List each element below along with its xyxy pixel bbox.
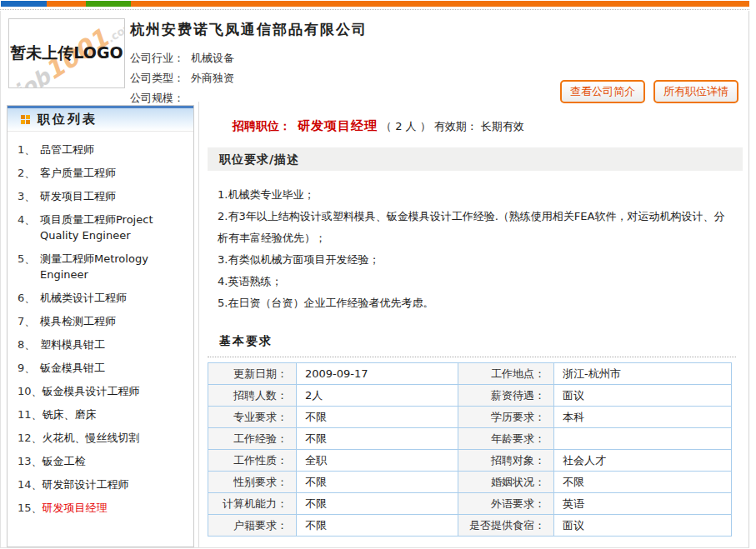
job-headcount: （ 2 人 ） (381, 120, 431, 132)
basic-label-cell: 婚姻状况： (458, 472, 554, 493)
basic-value-cell: 不限 (297, 472, 458, 493)
job-item-label: 研发项目工程师 (40, 188, 188, 204)
description-line: 4.英语熟练； (218, 271, 731, 292)
basic-value-cell: 本科 (554, 407, 732, 428)
company-field: 公司类型：外商独资 (130, 68, 234, 88)
company-field-value: 外商独资 (191, 72, 234, 84)
basic-label-cell: 外语要求： (458, 493, 554, 515)
job-list-item[interactable]: 4、项目质量工程师Project Quality Engineer (18, 212, 188, 243)
basic-value-cell: 不限 (297, 407, 458, 428)
job-item-number: 15、 (18, 500, 43, 516)
description-line: 2.有3年以上结构设计或塑料模具、钣金模具设计工作经验.（熟练使用相关FEA软件… (218, 206, 731, 249)
job-item-label: 塑料模具钳工 (40, 337, 188, 352)
job-item-label: 钣金工检 (43, 453, 188, 469)
job-list-item[interactable]: 8、塑料模具钳工 (18, 337, 188, 352)
job-item-number: 4、 (18, 212, 40, 243)
basic-value-cell: 面议 (554, 385, 732, 407)
basic-label-cell: 性别要求： (208, 472, 297, 493)
vertical-divider (198, 102, 199, 547)
company-name: 杭州安费诺飞凤通信部品有限公司 (130, 20, 368, 39)
all-jobs-detail-button[interactable]: 所有职位详情 (653, 80, 738, 103)
basic-value-cell: 浙江-杭州市 (554, 363, 732, 385)
top-bar-segment (1, 1, 47, 7)
job-item-label: 研发项目经理 (43, 500, 188, 516)
basic-table-row: 专业要求：不限学历要求：本科 (208, 407, 732, 428)
basic-value-cell: 不限 (297, 515, 458, 537)
basic-table: 更新日期：2009-09-17工作地点：浙江-杭州市招聘人数：2人薪资待遇：面议… (208, 362, 732, 537)
basic-section-header: 基本要求 (208, 334, 736, 357)
job-list-item[interactable]: 2、客户质量工程师 (18, 165, 188, 181)
job-item-number: 7、 (18, 313, 40, 329)
body-area: 职位列表 1、品管工程师2、客户质量工程师3、研发项目工程师4、项目质量工程师P… (1, 102, 749, 547)
validity-label: 有效期： (434, 120, 478, 132)
job-list-item[interactable]: 3、研发项目工程师 (18, 188, 188, 204)
description-line: 1.机械类专业毕业； (218, 184, 731, 206)
job-list-item[interactable]: 14、研发部设计工程师 (18, 477, 188, 492)
company-header: job1001.com 暂未上传LOGO 杭州安费诺飞凤通信部品有限公司 公司行… (1, 12, 748, 102)
sidebar-header: 职位列表 (8, 106, 193, 132)
basic-label-cell: 学历要求： (458, 407, 554, 428)
job-list-item[interactable]: 1、品管工程师 (18, 142, 188, 157)
job-item-label: 测量工程师Metrology Engineer (40, 251, 188, 282)
basic-value-cell: 不限 (554, 472, 732, 493)
basic-label-cell: 工作地点： (458, 363, 554, 385)
top-bar-segment (47, 1, 86, 7)
basic-table-row: 户籍要求：不限是否提供食宿：面议 (208, 515, 732, 537)
requirements-section-header: 职位要求/描述 (208, 147, 743, 171)
job-item-number: 2、 (18, 165, 40, 181)
company-fields: 公司行业：机械设备公司类型：外商独资公司规模： (130, 48, 234, 108)
main-content: 招聘职位：研发项目经理（ 2 人 ）有效期：长期有效 职位要求/描述 1.机械类… (208, 102, 743, 549)
job-item-number: 9、 (18, 360, 40, 376)
job-item-label: 机械类设计工程师 (40, 290, 188, 306)
job-list-item[interactable]: 5、测量工程师Metrology Engineer (18, 251, 188, 282)
job-item-number: 1、 (18, 142, 40, 157)
top-bar (1, 1, 749, 7)
view-company-profile-button[interactable]: 查看公司简介 (560, 80, 645, 103)
job-list-item[interactable]: 15、研发项目经理 (18, 500, 188, 516)
job-list-item[interactable]: 12、火花机、慢丝线切割 (18, 430, 188, 446)
job-description: 1.机械类专业毕业；2.有3年以上结构设计或塑料模具、钣金模具设计工作经验.（熟… (218, 184, 731, 314)
company-field: 公司行业：机械设备 (130, 48, 234, 68)
logo-placeholder-text: 暂未上传LOGO (9, 19, 124, 87)
job-item-label: 客户质量工程师 (40, 165, 188, 181)
job-item-number: 6、 (18, 290, 40, 306)
top-bar-segment (86, 1, 131, 7)
job-list-item[interactable]: 7、模具检测工程师 (18, 313, 188, 329)
job-list-item[interactable]: 13、钣金工检 (18, 453, 188, 469)
basic-value-cell: 英语 (554, 493, 732, 515)
basic-value-cell: 2009-09-17 (297, 363, 458, 385)
basic-label-cell: 工作性质： (208, 450, 297, 472)
job-header-prefix: 招聘职位： (233, 119, 291, 132)
job-item-number: 3、 (18, 188, 40, 204)
basic-table-row: 工作性质：全职招聘对象：社会人才 (208, 450, 732, 472)
page: job1001.com 暂未上传LOGO 杭州安费诺飞凤通信部品有限公司 公司行… (0, 0, 756, 549)
job-list-item[interactable]: 9、钣金模具钳工 (18, 360, 188, 376)
sidebar-title: 职位列表 (38, 112, 98, 127)
description-line: 5.在日资（台资）企业工作经验者优先考虑。 (218, 292, 731, 314)
job-item-number: 13、 (18, 453, 43, 469)
basic-table-row: 招聘人数：2人薪资待遇：面议 (208, 385, 732, 407)
basic-label-cell: 招聘人数： (208, 385, 297, 407)
basic-value-cell: 不限 (297, 428, 458, 450)
job-item-number: 11、 (18, 407, 43, 422)
basic-value-cell (554, 428, 732, 450)
basic-label-cell: 专业要求： (208, 407, 297, 428)
company-field-value: 机械设备 (191, 52, 234, 64)
job-item-label: 品管工程师 (40, 142, 188, 157)
company-field-label: 公司行业： (130, 52, 184, 64)
basic-label-cell: 户籍要求： (208, 515, 297, 537)
job-list-item[interactable]: 11、铣床、磨床 (18, 407, 188, 422)
job-item-label: 铣床、磨床 (43, 407, 188, 422)
basic-label-cell: 年龄要求： (458, 428, 554, 450)
company-field-label: 公司类型： (130, 72, 184, 84)
job-list-item[interactable]: 10、钣金模具设计工程师 (18, 383, 188, 399)
job-title: 研发项目经理 (298, 118, 378, 133)
job-list-item[interactable]: 6、机械类设计工程师 (18, 290, 188, 306)
basic-value-cell: 面议 (554, 515, 732, 537)
job-header: 招聘职位：研发项目经理（ 2 人 ）有效期：长期有效 (233, 118, 743, 134)
job-item-number: 8、 (18, 337, 40, 352)
basic-label-cell: 工作经验： (208, 428, 297, 450)
job-item-label: 研发部设计工程师 (43, 477, 188, 492)
header-buttons: 查看公司简介所有职位详情 (560, 80, 738, 103)
basic-table-row: 工作经验：不限年龄要求： (208, 428, 732, 450)
